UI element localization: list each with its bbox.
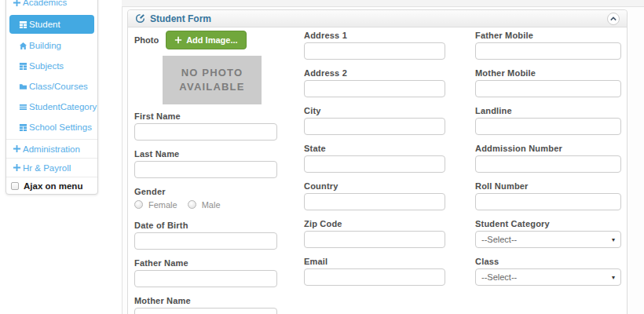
last-name-label: Last Name <box>134 149 277 159</box>
sidebar-item-label: Student <box>29 20 60 29</box>
father-name-group: Father Name <box>134 258 277 287</box>
email-field[interactable] <box>304 268 445 286</box>
add-image-button[interactable]: Add Image... <box>166 31 246 49</box>
father-name-field[interactable] <box>134 270 277 287</box>
photo-field: Photo Add Image... <box>134 31 277 49</box>
sidebar-item-label: Class/Courses <box>29 82 88 91</box>
mother-name-group: Mother Name <box>134 296 277 314</box>
state-label: State <box>304 144 445 153</box>
ajax-on-menu-checkbox[interactable] <box>11 182 19 190</box>
mother-name-field[interactable] <box>134 308 277 314</box>
plus-icon <box>13 163 21 172</box>
mother-mobile-group: Mother Mobile <box>475 68 621 97</box>
date-of-birth-group: Date of Birth <box>134 221 277 250</box>
female-radio[interactable] <box>134 200 143 209</box>
table-icon <box>19 20 27 29</box>
sidebar-item-building[interactable]: Building <box>9 35 94 56</box>
sidebar-item-label: Administration <box>23 144 80 154</box>
no-photo-line2: AVAILABLE <box>179 80 244 94</box>
first-name-label: First Name <box>134 111 277 121</box>
form-column-middle: Address 1 Address 2 City State Country Z… <box>304 31 445 294</box>
gender-options: Female Male <box>134 199 277 210</box>
caret-down-icon: ▾ <box>612 236 615 243</box>
plus-icon <box>13 0 21 7</box>
roll-number-label: Roll Number <box>475 181 621 191</box>
last-name-field[interactable] <box>134 161 277 178</box>
email-group: Email <box>304 257 445 286</box>
sidebar-item-label: School Settings <box>29 122 92 132</box>
state-group: State <box>304 144 445 173</box>
sidebar-item-student-category[interactable]: StudentCategory <box>9 97 94 117</box>
student-category-selected-value: --Select-- <box>481 235 517 244</box>
landline-group: Landline <box>475 106 621 135</box>
admission-number-group: Addmission Number <box>475 144 621 173</box>
email-label: Email <box>304 257 445 266</box>
photo-label: Photo <box>134 35 159 45</box>
sidebar-item-subjects[interactable]: Subjects <box>9 56 94 76</box>
zip-code-field[interactable] <box>304 231 445 248</box>
first-name-field[interactable] <box>134 123 277 141</box>
date-of-birth-field[interactable] <box>134 232 277 250</box>
address2-label: Address 2 <box>304 68 445 78</box>
plus-icon <box>174 36 182 44</box>
city-label: City <box>304 106 445 115</box>
roll-number-field[interactable] <box>475 193 621 210</box>
plus-icon <box>13 144 21 153</box>
sidebar-item-class-courses[interactable]: Class/Courses <box>9 76 94 97</box>
student-form-panel: Student Form Photo Add Image... NO PHOTO… <box>127 9 628 314</box>
no-photo-placeholder: NO PHOTO AVAILABLE <box>163 56 262 104</box>
student-category-select[interactable]: --Select-- ▾ <box>475 231 621 248</box>
home-icon <box>19 42 27 50</box>
folder-icon <box>19 82 27 91</box>
father-mobile-label: Father Mobile <box>475 31 621 40</box>
female-radio-label: Female <box>148 200 177 210</box>
country-label: Country <box>304 181 445 191</box>
date-of-birth-label: Date of Birth <box>134 221 277 230</box>
landline-field[interactable] <box>475 118 621 135</box>
collapse-panel-button[interactable] <box>607 13 620 25</box>
city-field[interactable] <box>304 118 445 135</box>
sidebar-item-student[interactable]: Student <box>9 15 94 34</box>
admission-number-field[interactable] <box>475 155 621 173</box>
sidebar-item-label: Subjects <box>29 61 64 71</box>
top-strip <box>122 0 644 6</box>
address2-group: Address 2 <box>304 68 445 97</box>
form-column-right: Father Mobile Mother Mobile Landline Add… <box>475 31 621 294</box>
class-selected-value: --Select-- <box>481 272 517 282</box>
table-icon <box>19 123 27 132</box>
sidebar-item-academics[interactable]: Academics <box>6 0 97 12</box>
admission-number-label: Addmission Number <box>475 144 621 153</box>
sidebar-item-label: Hr & Payroll <box>23 163 71 173</box>
mother-mobile-field[interactable] <box>475 80 621 97</box>
class-label: Class <box>475 257 621 266</box>
mother-mobile-label: Mother Mobile <box>475 68 621 78</box>
academics-submenu: Student Building Subjects Class/Courses … <box>6 12 97 139</box>
father-mobile-field[interactable] <box>475 42 621 60</box>
student-form-body: Photo Add Image... NO PHOTO AVAILABLE Fi… <box>128 27 627 314</box>
class-select[interactable]: --Select-- ▾ <box>475 268 621 286</box>
sidebar-item-label: StudentCategory <box>29 102 97 111</box>
student-category-group: Student Category --Select-- ▾ <box>475 219 621 248</box>
address1-field[interactable] <box>304 42 445 60</box>
list-icon <box>19 103 27 111</box>
no-photo-line1: NO PHOTO <box>181 66 243 80</box>
male-radio[interactable] <box>188 200 196 209</box>
father-name-label: Father Name <box>134 258 277 268</box>
sidebar-item-school-settings[interactable]: School Settings <box>9 117 94 137</box>
address2-field[interactable] <box>304 80 445 97</box>
table-icon <box>19 62 27 71</box>
form-column-left: Photo Add Image... NO PHOTO AVAILABLE Fi… <box>134 31 277 314</box>
gender-label: Gender <box>134 187 277 196</box>
caret-down-icon: ▾ <box>612 274 615 281</box>
address1-group: Address 1 <box>304 31 445 60</box>
state-field[interactable] <box>304 155 445 173</box>
address1-label: Address 1 <box>304 31 445 40</box>
male-radio-label: Male <box>202 200 221 210</box>
country-field[interactable] <box>304 193 445 210</box>
sidebar-item-hr-payroll[interactable]: Hr & Payroll <box>6 158 97 177</box>
add-image-label: Add Image... <box>186 35 237 45</box>
country-group: Country <box>304 181 445 210</box>
sidebar-item-administration[interactable]: Administration <box>6 139 97 158</box>
zip-code-group: Zip Code <box>304 219 445 248</box>
ajax-on-menu-toggle: Ajax on menu <box>6 177 97 194</box>
